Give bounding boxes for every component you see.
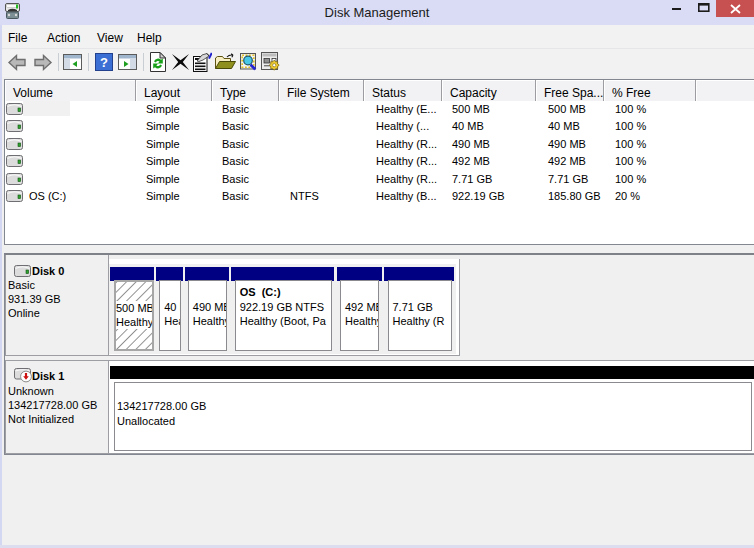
svg-text:?: ? [100, 55, 108, 70]
